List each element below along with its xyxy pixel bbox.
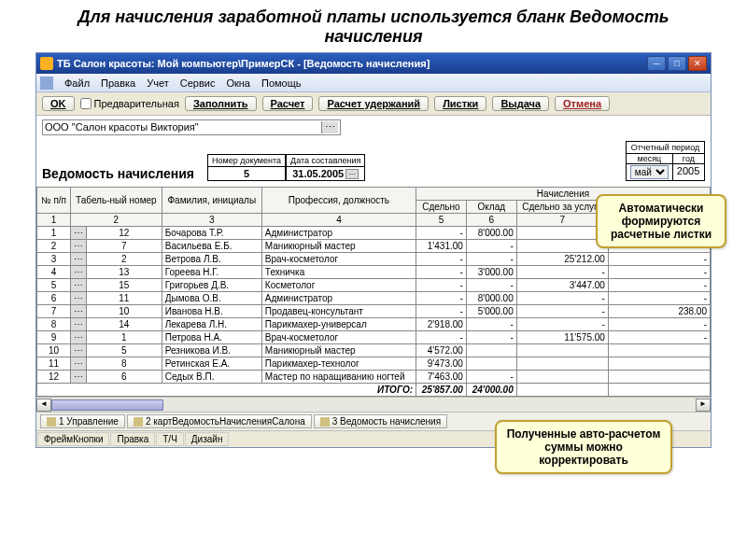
cell-salary[interactable]: - xyxy=(466,279,516,292)
cell-np[interactable]: 4 xyxy=(37,266,71,279)
cell-np[interactable]: 5 xyxy=(37,279,71,292)
cell-cosmet[interactable]: 238.00 xyxy=(608,305,710,318)
cell-name[interactable]: Иванова Н.В. xyxy=(162,305,261,318)
cell-cosmet[interactable]: - xyxy=(608,331,710,344)
cell-prof[interactable]: Врач-косметолог xyxy=(261,253,416,266)
cell-cosmet[interactable] xyxy=(608,357,710,371)
cell-service[interactable] xyxy=(516,344,608,357)
cell-salary[interactable]: 8'000.00 xyxy=(466,292,516,305)
cell-cosmet[interactable]: - xyxy=(608,253,710,266)
cell-name[interactable]: Резникова И.В. xyxy=(162,344,261,357)
cell-salary[interactable]: 8'000.00 xyxy=(466,227,516,240)
cell-piece[interactable]: - xyxy=(416,292,467,305)
ok-button[interactable]: OK xyxy=(42,96,75,111)
cell-name[interactable]: Бочарова Т.Р. xyxy=(162,227,261,240)
cell-name[interactable]: Дымова О.В. xyxy=(162,292,261,305)
scroll-left-icon[interactable]: ◄ xyxy=(36,399,51,412)
cell-piece[interactable]: - xyxy=(416,266,467,279)
calc-button[interactable]: Расчет xyxy=(262,96,314,111)
cell-cosmet[interactable] xyxy=(608,371,710,384)
year-value[interactable]: 2005 xyxy=(673,164,704,177)
cell-prof[interactable]: Косметолог xyxy=(261,279,416,292)
issue-button[interactable]: Выдача xyxy=(492,96,549,111)
cell-name[interactable]: Васильева Е.Б. xyxy=(162,240,261,253)
cell-piece[interactable]: 7'463.00 xyxy=(416,371,467,384)
cell-salary[interactable]: 3'000.00 xyxy=(466,266,516,279)
cell-prof[interactable]: Маникюрный мастер xyxy=(261,240,416,253)
cell-prof[interactable]: Продавец-консультант xyxy=(261,305,416,318)
cell-service[interactable] xyxy=(516,357,608,371)
cell-service[interactable]: 25'212.00 xyxy=(516,253,608,266)
scroll-track[interactable] xyxy=(51,399,696,412)
cell-prof[interactable]: Мастер по наращиванию ногтей xyxy=(261,371,416,384)
horizontal-scrollbar[interactable]: ◄ ► xyxy=(36,397,711,412)
table-row[interactable]: 3 ⋯ 2 Ветрова Л.В. Врач-косметолог - - 2… xyxy=(37,253,711,266)
cell-tab[interactable]: 6 xyxy=(86,371,162,384)
row-picker-icon[interactable]: ⋯ xyxy=(70,371,86,384)
cell-np[interactable]: 12 xyxy=(37,371,71,384)
date-picker-icon[interactable]: ⋯ xyxy=(345,169,359,179)
row-picker-icon[interactable]: ⋯ xyxy=(70,292,86,305)
cell-salary[interactable] xyxy=(466,357,516,371)
row-picker-icon[interactable]: ⋯ xyxy=(70,253,86,266)
cell-tab[interactable]: 14 xyxy=(86,318,162,331)
cell-piece[interactable]: - xyxy=(416,331,467,344)
row-picker-icon[interactable]: ⋯ xyxy=(70,305,86,318)
cell-piece[interactable]: 2'918.00 xyxy=(416,318,467,331)
cell-salary[interactable] xyxy=(466,344,516,357)
cell-service[interactable]: - xyxy=(516,292,608,305)
cell-piece[interactable]: 9'473.00 xyxy=(416,357,467,371)
cell-piece[interactable]: - xyxy=(416,227,467,240)
cell-service[interactable]: - xyxy=(516,305,608,318)
cell-tab[interactable]: 5 xyxy=(86,344,162,357)
cell-prof[interactable]: Администратор xyxy=(261,292,416,305)
cell-piece[interactable]: - xyxy=(416,279,467,292)
preliminary-checkbox-input[interactable] xyxy=(80,98,92,109)
close-button[interactable]: ✕ xyxy=(688,56,707,71)
cell-prof[interactable]: Маникюрный мастер xyxy=(261,344,416,357)
cell-cosmet[interactable]: - xyxy=(608,266,710,279)
cell-tab[interactable]: 8 xyxy=(86,357,162,371)
cell-service[interactable]: - xyxy=(516,266,608,279)
cell-salary[interactable]: - xyxy=(466,331,516,344)
cell-cosmet[interactable]: - xyxy=(608,279,710,292)
cell-np[interactable]: 1 xyxy=(37,227,71,240)
table-row[interactable]: 7 ⋯ 10 Иванова Н.В. Продавец-консультант… xyxy=(37,305,711,318)
cell-tab[interactable]: 15 xyxy=(86,279,162,292)
org-input[interactable]: ООО "Салон красоты Виктория" ⋯ xyxy=(42,119,341,135)
cell-prof[interactable]: Врач-косметолог xyxy=(261,331,416,344)
cell-salary[interactable]: - xyxy=(466,253,516,266)
table-row[interactable]: 12 ⋯ 6 Седых В.П. Мастер по наращиванию … xyxy=(37,371,711,384)
tab-statement[interactable]: 3 Ведомость начисления xyxy=(314,414,447,428)
cell-piece[interactable]: 4'572.00 xyxy=(416,344,467,357)
menu-file[interactable]: Файл xyxy=(59,76,95,91)
row-picker-icon[interactable]: ⋯ xyxy=(70,266,86,279)
cell-piece[interactable]: - xyxy=(416,253,467,266)
deductions-button[interactable]: Расчет удержаний xyxy=(318,96,429,111)
cell-tab[interactable]: 10 xyxy=(86,305,162,318)
cell-cosmet[interactable]: - xyxy=(608,318,710,331)
cell-np[interactable]: 10 xyxy=(37,344,71,357)
cell-salary[interactable]: - xyxy=(466,318,516,331)
cell-np[interactable]: 3 xyxy=(37,253,71,266)
cancel-button[interactable]: Отмена xyxy=(555,96,610,111)
preliminary-checkbox[interactable]: Предварительная xyxy=(80,98,179,109)
cell-np[interactable]: 8 xyxy=(37,318,71,331)
doc-number-value[interactable]: 5 xyxy=(244,168,249,179)
cell-piece[interactable]: - xyxy=(416,305,467,318)
cell-prof[interactable]: Администратор xyxy=(261,227,416,240)
slips-button[interactable]: Листки xyxy=(434,96,486,111)
month-select[interactable]: май xyxy=(630,165,669,179)
cell-np[interactable]: 11 xyxy=(37,357,71,371)
table-row[interactable]: 5 ⋯ 15 Григорьев Д.В. Косметолог - - 3'4… xyxy=(37,279,711,292)
cell-tab[interactable]: 12 xyxy=(86,227,162,240)
row-picker-icon[interactable]: ⋯ xyxy=(70,318,86,331)
tab-card[interactable]: 2 картВедомостьНачисленияСалона xyxy=(127,414,312,428)
cell-np[interactable]: 9 xyxy=(37,331,71,344)
row-picker-icon[interactable]: ⋯ xyxy=(70,279,86,292)
cell-salary[interactable]: 5'000.00 xyxy=(466,305,516,318)
menu-edit[interactable]: Правка xyxy=(95,76,141,91)
cell-salary[interactable]: - xyxy=(466,240,516,253)
cell-np[interactable]: 7 xyxy=(37,305,71,318)
cell-name[interactable]: Гореева Н.Г. xyxy=(162,266,261,279)
